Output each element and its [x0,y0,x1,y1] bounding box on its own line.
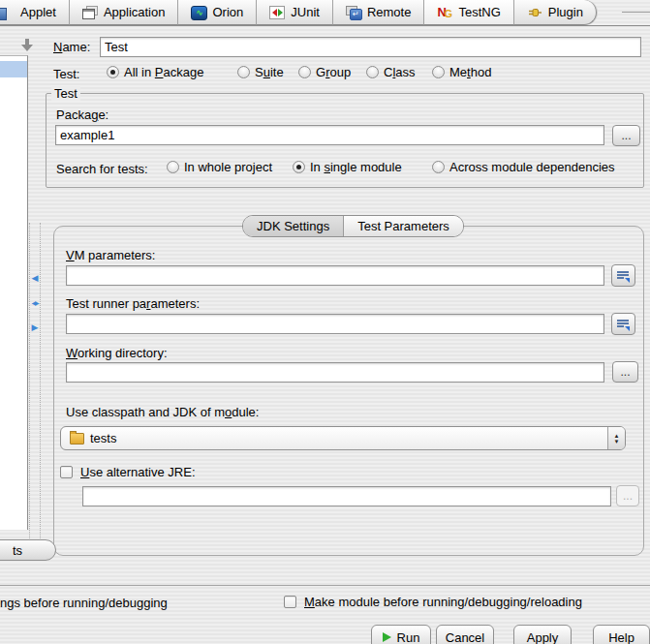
alternative-jre-browse-button: ... [616,485,639,506]
radio-dot [366,66,379,78]
ellipsis-icon: ... [623,489,633,503]
test-runner-parameters-label: Test runner parameters: [66,296,200,311]
radio-dot [298,66,311,78]
config-type-tabstrip: Applet Application ∿ Orion JUnit ↵ Remot… [0,0,650,26]
run-button[interactable]: Run [371,625,431,644]
vm-parameters-label: VM parameters: [66,248,155,262]
radio-group[interactable]: Group [298,65,351,79]
make-module-label[interactable]: Make module before running/debugging/rel… [304,595,582,609]
tab-junit[interactable]: JUnit [257,0,333,25]
apply-button[interactable]: Apply [513,625,572,644]
configurations-list[interactable] [0,55,28,530]
vm-expand-editor-button[interactable] [611,264,635,287]
splitter-handle[interactable]: ◀ ◀▶ ▶ [29,223,41,560]
radio-dot [237,66,250,78]
radio-label: All in Package [124,65,203,79]
module-folder-icon [70,433,84,445]
tab-label: Plugin [548,5,583,19]
test-type-label: Test: [53,67,79,81]
test-runner-parameters-input[interactable] [66,314,604,334]
tab-application[interactable]: Application [70,0,179,25]
ellipsis-icon: ... [620,365,630,379]
tab-label: Applet [20,5,56,19]
tab-label: Remote [367,5,412,19]
test-groupbox-title: Test [51,86,80,101]
ellipsis-icon: ... [621,129,631,142]
tabstrip-tail-line [622,12,650,13]
working-directory-input[interactable] [66,362,604,383]
package-browse-button[interactable]: ... [612,125,640,146]
name-label: Name: [53,40,90,54]
radio-in-whole-project[interactable]: In whole project [167,160,272,174]
radio-all-in-package[interactable]: All in Package [107,65,203,79]
tab-applet[interactable]: Applet [0,0,70,25]
orion-icon: ∿ [191,6,206,19]
module-classpath-label: Use classpath and JDK of module: [66,405,259,419]
radio-label: In single module [310,160,402,174]
footer-divider [0,585,650,586]
play-icon [383,632,391,642]
radio-label: In whole project [184,160,272,174]
tab-label: TestNG [458,5,500,19]
tab-test-parameters[interactable]: Test Parameters [343,216,463,236]
radio-label: Group [316,65,351,79]
plugin-icon [527,6,542,19]
display-settings-text-fragment: ngs before running/debugging [0,596,168,610]
expand-editor-icon [617,270,630,282]
module-selected-value: tests [90,431,116,445]
radio-dot [107,66,119,78]
radio-dot [432,66,445,78]
radio-method[interactable]: Method [432,65,491,79]
radio-suite[interactable]: Suite [237,65,284,79]
tab-jdk-settings[interactable]: JDK Settings [243,216,343,236]
move-down-icon[interactable] [21,39,33,52]
radio-dot [432,161,445,173]
tab-label: Application [104,5,166,19]
tab-label: Orion [212,5,243,19]
runner-expand-editor-button[interactable] [611,313,635,335]
package-label: Package: [56,107,108,122]
tab-testng[interactable]: NG TestNG [424,0,513,25]
radio-label: Method [449,65,491,79]
working-directory-browse-button[interactable]: ... [612,361,638,383]
help-button[interactable]: Help [593,625,650,644]
alternative-jre-input[interactable] [82,486,611,506]
combo-stepper[interactable]: ▲ ▼ [607,427,625,449]
tab-remote[interactable]: ↵ Remote [333,0,425,25]
radio-across-module-dependencies[interactable]: Across module dependencies [432,160,615,174]
module-combobox[interactable]: tests ▲ ▼ [60,426,626,450]
application-icon [82,6,98,19]
splitter-collapse-left-icon[interactable]: ◀ [30,274,40,283]
defaults-button[interactable]: ts [0,539,56,561]
tab-orion[interactable]: ∿ Orion [178,0,257,25]
radio-dot [293,161,305,173]
radio-in-single-module[interactable]: In single module [293,160,402,174]
radio-label: Class [384,65,416,79]
splitter-collapse-both-icon[interactable]: ◀▶ [30,299,40,308]
radio-label: Suite [255,65,284,79]
junit-icon [269,6,285,19]
search-for-tests-label: Search for tests: [56,162,148,176]
splitter-collapse-right-icon[interactable]: ▶ [30,323,40,332]
stepper-down-icon: ▼ [614,439,620,445]
make-module-checkbox[interactable] [284,596,296,608]
radio-class[interactable]: Class [366,65,416,79]
testng-icon: NG [437,6,452,19]
use-alternative-jre-label[interactable]: Use alternative JRE: [80,465,196,479]
tab-label: JUnit [291,5,320,19]
tab-plugin[interactable]: Plugin [514,0,597,25]
expand-editor-icon [617,319,630,330]
remote-icon: ↵ [346,6,361,19]
use-alternative-jre-checkbox[interactable] [60,466,73,478]
applet-icon [0,6,15,19]
selected-configuration-row[interactable] [0,61,27,77]
radio-dot [167,161,179,173]
radio-label: Across module dependencies [449,160,615,174]
cancel-button[interactable]: Cancel [436,625,494,644]
settings-tabs: JDK Settings Test Parameters [242,215,464,237]
vm-parameters-input[interactable] [66,265,604,286]
name-input[interactable] [100,37,641,57]
package-input[interactable] [55,125,604,145]
working-directory-label: Working directory: [66,346,168,360]
